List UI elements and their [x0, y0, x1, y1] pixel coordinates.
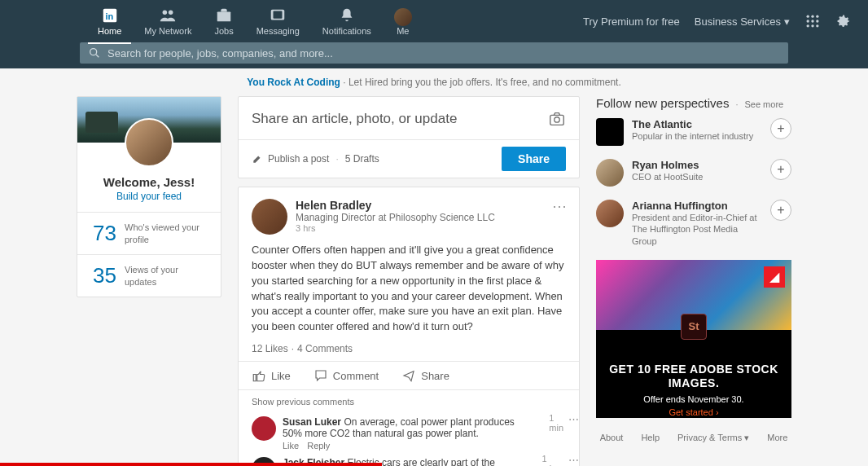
nav-me[interactable]: Me [384, 5, 422, 39]
nav-label: My Network [144, 26, 191, 36]
nav-right: Try Premium for free Business Services ▾ [583, 13, 852, 29]
commenter-avatar[interactable] [252, 416, 276, 441]
right-column: Follow new perspectives · See more The A… [596, 96, 791, 466]
svg-line-17 [96, 55, 99, 57]
business-services-dropdown[interactable]: Business Services ▾ [695, 15, 790, 28]
author-name[interactable]: Helen Bradley [296, 199, 495, 212]
bell-icon [338, 7, 356, 24]
footer-privacy[interactable]: Privacy & Terms ▾ [677, 433, 749, 443]
follow-heading: Follow new perspectives [596, 96, 729, 110]
compose-icon [252, 153, 263, 165]
post-stats[interactable]: 12 Likes·4 Comments [239, 343, 579, 361]
drafts-link[interactable]: 5 Drafts [345, 153, 379, 165]
search-bar[interactable] [80, 42, 788, 64]
svg-point-7 [807, 15, 809, 18]
suggestion-desc: Popular in the internet industry [632, 130, 762, 142]
build-feed-link[interactable]: Build your feed [84, 191, 214, 202]
suggestion-name[interactable]: The Atlantic [632, 118, 762, 130]
promo-banner[interactable]: You Rock At Coding · Let Hired bring you… [0, 68, 868, 96]
nav-home[interactable]: in Home [88, 3, 131, 39]
stat-update-views[interactable]: 35 Views of your updates [77, 254, 221, 297]
camera-icon[interactable] [548, 110, 566, 128]
suggestion-avatar[interactable] [596, 118, 624, 146]
share-button[interactable]: Share [502, 147, 566, 171]
comment-reply[interactable]: Reply [307, 441, 330, 451]
welcome-block: Welcome, Jess! Build your feed [77, 167, 221, 212]
ad-cta[interactable]: Get started › [607, 407, 780, 417]
svg-point-10 [807, 20, 809, 22]
profile-card: Welcome, Jess! Build your feed 73 Who's … [77, 96, 221, 297]
chevron-down-icon: ▾ [784, 15, 790, 28]
comment-like[interactable]: Like [283, 441, 299, 451]
promo-link[interactable]: You Rock At Coding [247, 77, 340, 88]
promo-text: · Let Hired bring you the job offers. It… [340, 77, 621, 88]
nav-messaging[interactable]: Messaging [247, 3, 309, 39]
avatar-icon [394, 8, 412, 26]
network-icon [159, 7, 177, 24]
stat-profile-views[interactable]: 73 Who's viewed your profile [77, 212, 221, 254]
svg-text:in: in [105, 11, 113, 21]
svg-point-2 [163, 11, 168, 15]
footer-more[interactable]: More [767, 433, 787, 443]
svg-point-13 [807, 24, 809, 27]
video-progress-bar[interactable] [0, 463, 382, 466]
follow-button[interactable]: + [770, 118, 791, 139]
author-avatar[interactable] [252, 199, 287, 235]
main-layout: Welcome, Jess! Build your feed 73 Who's … [0, 96, 868, 466]
nav-label: Jobs [214, 26, 233, 36]
like-button[interactable]: Like [252, 368, 291, 383]
stat-number: 35 [87, 263, 116, 288]
suggestion-avatar[interactable] [596, 159, 624, 187]
welcome-text: Welcome, Jess! [84, 175, 214, 189]
nav-jobs[interactable]: Jobs [204, 3, 243, 39]
svg-point-9 [816, 15, 818, 18]
commenter-name[interactable]: Susan Luker [283, 416, 341, 428]
post-body: Counter Offers often happen and it'll gi… [239, 235, 579, 343]
premium-link[interactable]: Try Premium for free [583, 15, 680, 28]
profile-avatar[interactable] [125, 118, 173, 167]
nav-label: Me [397, 26, 409, 36]
top-nav: in Home My Network Jobs Messaging Notifi… [0, 0, 868, 42]
see-more-link[interactable]: See more [744, 99, 783, 109]
apps-grid-icon[interactable] [804, 13, 821, 29]
adobe-ad[interactable]: ◢ St GET 10 FREE ADOBE STOCK IMAGES. Off… [596, 260, 791, 418]
left-column: Welcome, Jess! Build your feed 73 Who's … [77, 96, 221, 466]
footer-links: About Help Privacy & Terms ▾ More [596, 433, 791, 443]
search-icon [88, 46, 101, 59]
ad-subtext: Offer ends November 30. [607, 394, 780, 404]
comment-time: 1 min [542, 454, 568, 466]
comment: Susan Luker On average, coal power plant… [239, 413, 549, 454]
nav-label: Messaging [256, 26, 300, 36]
nav-notifications[interactable]: Notifications [313, 3, 381, 39]
svg-point-19 [555, 117, 559, 122]
home-icon: in [101, 7, 119, 24]
publish-post-link[interactable]: Publish a post · 5 Drafts [252, 153, 379, 165]
gear-icon[interactable] [835, 13, 852, 29]
share-post-button[interactable]: Share [401, 368, 449, 383]
follow-button[interactable]: + [770, 159, 791, 180]
author-title: Managing Director at Philosophy Science … [296, 212, 495, 223]
comment-more[interactable]: ⋯ [568, 413, 579, 425]
suggestion-desc: President and Editor-in-Chief at The Huf… [632, 212, 762, 247]
feed-post: ⋯ Helen Bradley Managing Director at Phi… [238, 187, 580, 466]
follow-suggestion: Arianna HuffingtonPresident and Editor-i… [596, 200, 791, 247]
follow-button[interactable]: + [770, 200, 791, 221]
suggestion-name[interactable]: Ryan Holmes [632, 159, 762, 171]
post-more-menu[interactable]: ⋯ [552, 197, 568, 215]
suggestion-avatar[interactable] [596, 200, 624, 227]
footer-help[interactable]: Help [641, 433, 660, 443]
jobs-icon [215, 7, 233, 24]
share-box: Share an article, photo, or update Publi… [238, 96, 580, 178]
comment-button[interactable]: Comment [313, 368, 379, 383]
nav-network[interactable]: My Network [134, 3, 201, 39]
share-prompt[interactable]: Share an article, photo, or update [252, 111, 457, 127]
footer-about[interactable]: About [600, 433, 624, 443]
show-previous-comments[interactable]: Show previous comments [239, 390, 579, 413]
suggestion-name[interactable]: Arianna Huffington [632, 200, 762, 212]
adobe-logo-icon: ◢ [764, 266, 785, 288]
comment-more[interactable]: ⋯ [568, 454, 579, 466]
svg-point-3 [169, 11, 173, 15]
stat-label: Views of your updates [125, 264, 211, 288]
search-input[interactable] [107, 47, 780, 59]
comment-time: 1 min [549, 413, 568, 433]
